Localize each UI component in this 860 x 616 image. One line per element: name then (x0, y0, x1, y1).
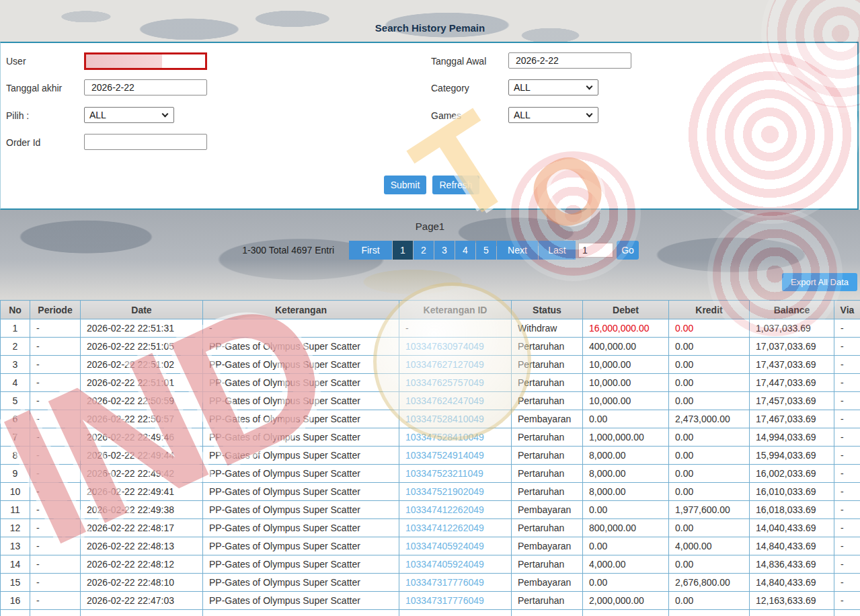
tanggal-awal-input[interactable] (508, 52, 631, 69)
chevron-down-icon (586, 111, 593, 118)
keterangan-id-link[interactable]: 103347412262049 (405, 504, 484, 515)
cell-keterangan: PP-Gates of Olympus Super Scatter (203, 592, 399, 610)
column-header-periode: Periode (30, 301, 81, 319)
keterangan-id-link[interactable]: 103347528410049 (405, 414, 484, 424)
cell-status: Pertaruhan (512, 374, 583, 392)
keterangan-id-link[interactable]: 103347412262049 (405, 523, 484, 533)
cell-status: Pertaruhan (512, 356, 583, 374)
cell-balance: 16,018,033.69 (750, 501, 834, 519)
page-button-2[interactable]: 2 (414, 241, 434, 260)
cell-periode: - (30, 428, 81, 447)
column-header-keterangan: Keterangan (203, 301, 399, 319)
user-input[interactable] (84, 52, 207, 70)
cell-balance: 17,447,033.69 (750, 374, 834, 392)
cell-debet: 10,000.00 (583, 356, 669, 374)
page-button-3[interactable]: 3 (434, 241, 455, 260)
page-button-last[interactable]: Last (539, 241, 576, 260)
cell-debet: 0.00 (583, 574, 669, 592)
cell-keterangan_id: 103347405924049 (399, 555, 512, 574)
cell-status: Pertaruhan (512, 592, 583, 610)
cell-keterangan: PP-Gates of Olympus Super Scatter (203, 483, 399, 501)
keterangan-id-link[interactable]: 103347625757049 (405, 377, 484, 388)
cell-no: 15 (1, 574, 30, 592)
category-select[interactable]: ALL (508, 79, 598, 95)
cell-date: 2026-02-22 22:49:42 (81, 465, 203, 483)
cell-via: - (834, 392, 860, 410)
cell-periode: - (30, 465, 81, 483)
cell-keterangan: PP-Gates of Olympus Super Scatter (203, 555, 399, 574)
cell-keterangan_id: 103347317776049 (399, 574, 512, 592)
table-row: 7-2026-02-22 22:49:46PP-Gates of Olympus… (1, 428, 860, 447)
cell-balance: 16,002,033.69 (750, 465, 834, 483)
page-button-5[interactable]: 5 (476, 241, 496, 260)
cell-status: Pembayaran (512, 501, 583, 519)
keterangan-id-link[interactable]: 103347317776049 (405, 577, 484, 588)
keterangan-id-link[interactable]: 103347317776049 (405, 595, 484, 606)
cell-keterangan_id: 103347627127049 (399, 356, 512, 374)
cell-periode: - (30, 447, 81, 465)
column-header-date: Date (81, 301, 203, 319)
keterangan-id-link[interactable]: 103347630974049 (405, 341, 484, 352)
cell-no: 3 (1, 356, 30, 374)
refresh-button[interactable]: Refresh (432, 176, 479, 194)
cell-status: Pertaruhan (512, 392, 583, 410)
pilih-select[interactable]: ALL (84, 107, 174, 123)
go-button[interactable]: Go (617, 241, 639, 260)
keterangan-id-link[interactable]: 103347523211049 (405, 468, 483, 479)
cell-keterangan: PP-Gates of Olympus Super Scatter (203, 501, 399, 519)
cell-keterangan_id: 103347524914049 (399, 447, 512, 465)
cell-keterangan_id: 103347521902049 (399, 483, 512, 501)
cell-balance: 12,163,633.69 (750, 592, 834, 610)
keterangan-id-link[interactable]: 103347528410049 (405, 432, 484, 442)
tanggal-akhir-input[interactable] (84, 79, 207, 95)
column-header-keterangan_id: Keterangan ID (399, 301, 512, 319)
cell-debet: 8,000.00 (583, 483, 669, 501)
cell-status: Pertaruhan (512, 465, 583, 483)
cell-keterangan_id: 103347523211049 (399, 465, 512, 483)
table-row: 9-2026-02-22 22:49:42PP-Gates of Olympus… (1, 465, 860, 483)
export-all-data-button[interactable]: Export All Data (782, 273, 857, 291)
submit-button[interactable]: Submit (384, 176, 426, 194)
keterangan-id-link[interactable]: 103347524914049 (405, 450, 484, 461)
cell-kredit: 4,000.00 (669, 537, 750, 555)
keterangan-id-link[interactable]: 103347624247049 (405, 395, 484, 406)
cell-periode: - (30, 537, 81, 555)
cell-no: 10 (1, 483, 30, 501)
cell-balance: 17,457,033.69 (750, 392, 834, 410)
keterangan-id-link[interactable]: 103347405924049 (405, 559, 484, 570)
cell-via: - (834, 338, 860, 356)
cell-keterangan: PP-Gates of Olympus Super Scatter (203, 465, 399, 483)
cell-via: - (834, 428, 860, 447)
cell-keterangan_id: 103347528410049 (399, 428, 512, 447)
cell-kredit: 0.00 (669, 447, 750, 465)
table-row: 14-2026-02-22 22:48:12PP-Gates of Olympu… (1, 555, 860, 574)
page-button-next[interactable]: Next (497, 241, 538, 260)
goto-page-input[interactable] (578, 243, 613, 258)
keterangan-id-link[interactable]: 103347627127049 (405, 359, 484, 370)
table-row: 1-2026-02-22 22:51:31--Withdraw16,000,00… (1, 319, 860, 338)
page-button-first[interactable]: First (349, 241, 392, 260)
chevron-down-icon (586, 83, 593, 90)
table-row: 2-2026-02-22 22:51:05PP-Gates of Olympus… (1, 338, 860, 356)
page-button-4[interactable]: 4 (455, 241, 475, 260)
cell-keterangan: - (203, 319, 399, 338)
cell-kredit: 0.00 (669, 338, 750, 356)
cell-keterangan_id: 103347624247049 (399, 392, 512, 410)
cell-date: 2026-02-22 22:47:03 (81, 592, 203, 610)
category-label: Category (431, 79, 469, 97)
games-select[interactable]: ALL (508, 107, 598, 123)
cell-status: Pertaruhan (512, 555, 583, 574)
page-button-1[interactable]: 1 (393, 241, 413, 260)
cell-date: 2026-02-22 22:49:38 (81, 501, 203, 519)
cell-via: - (834, 501, 860, 519)
cell-status: Pertaruhan (512, 338, 583, 356)
cell-periode: - (30, 410, 81, 428)
cell-date: 2026-02-22 22:51:31 (81, 319, 203, 338)
pagination-buttons: First12345NextLast (349, 241, 576, 260)
cell-no: 16 (1, 592, 30, 610)
keterangan-id-link[interactable]: 103347521902049 (405, 486, 484, 497)
cell-via: - (834, 319, 860, 338)
order-id-input[interactable] (84, 134, 207, 150)
keterangan-id-link[interactable]: 103347405924049 (405, 541, 484, 551)
page-indicator: Page1 (0, 221, 860, 232)
